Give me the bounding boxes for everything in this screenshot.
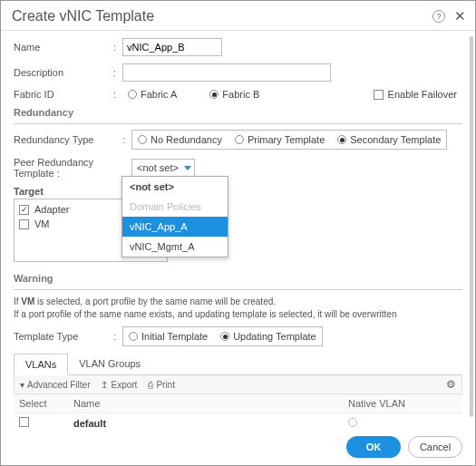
target-vm-label: VM	[34, 218, 50, 229]
updating-template-radio[interactable]: Updating Template	[220, 331, 316, 342]
export-button[interactable]: ↥Export	[101, 380, 137, 390]
target-vm-checkbox[interactable]	[19, 219, 29, 229]
primary-template-radio[interactable]: Primary Template	[235, 134, 325, 145]
tab-vlans[interactable]: VLANs	[14, 354, 68, 375]
dialog-footer: OK Cancel	[1, 429, 475, 465]
row-name: default	[73, 418, 348, 429]
vlan-table-header: Select Name Native VLAN	[14, 394, 462, 413]
gear-icon[interactable]: ⚙	[446, 378, 456, 391]
dialog-header: Create vNIC Template ? ✕	[1, 1, 475, 31]
chevron-down-icon	[184, 166, 191, 170]
enable-failover-checkbox[interactable]: Enable Failover	[374, 89, 457, 100]
print-button[interactable]: ⎙Print	[148, 380, 175, 390]
redundancy-type-group: No Redundancy Primary Template Secondary…	[131, 130, 447, 150]
dropdown-option-domain-policies: Domain Policies	[122, 197, 228, 217]
target-adapter-checkbox[interactable]	[19, 205, 29, 215]
ok-button[interactable]: OK	[346, 436, 401, 458]
description-label: Description	[14, 67, 113, 78]
row-select-checkbox[interactable]	[19, 417, 29, 427]
redundancy-type-label: Redundancy Type	[14, 134, 122, 145]
template-type-label: Template Type	[14, 331, 113, 342]
fabric-a-label: Fabric A	[141, 89, 177, 100]
col-native: Native VLAN	[348, 398, 457, 409]
native-vlan-radio[interactable]	[348, 418, 357, 427]
name-label: Name	[14, 42, 113, 53]
help-icon[interactable]: ?	[432, 10, 445, 23]
warning-header: Warning	[14, 273, 462, 284]
dropdown-option-vnic-mgmt-a[interactable]: vNIC_Mgmt_A	[122, 237, 228, 257]
secondary-template-radio[interactable]: Secondary Template	[337, 134, 441, 145]
peer-redundancy-value: <not set>	[137, 162, 179, 173]
advanced-filter-button[interactable]: ▾Advanced Filter	[20, 380, 90, 390]
dropdown-option-notset[interactable]: <not set>	[122, 177, 228, 197]
fabric-id-label: Fabric ID	[14, 89, 113, 100]
initial-template-radio[interactable]: Initial Template	[129, 331, 208, 342]
enable-failover-label: Enable Failover	[388, 89, 457, 100]
vlan-toolbar: ▾Advanced Filter ↥Export ⎙Print ⚙	[14, 375, 462, 394]
peer-redundancy-dropdown: <not set> Domain Policies vNIC_App_A vNI…	[121, 176, 228, 257]
no-redundancy-radio[interactable]: No Redundancy	[138, 134, 222, 145]
col-select: Select	[19, 398, 73, 409]
dialog-content: Name : Description : Fabric ID : Fabric …	[1, 31, 475, 429]
tab-vlan-groups[interactable]: VLAN Groups	[68, 354, 151, 374]
table-row[interactable]: default	[14, 413, 462, 429]
description-input[interactable]	[122, 63, 331, 82]
name-input[interactable]	[122, 38, 222, 56]
template-type-group: Initial Template Updating Template	[122, 326, 323, 346]
scrollbar[interactable]	[470, 36, 473, 417]
divider	[14, 123, 462, 124]
vlan-tabs: VLANs VLAN Groups	[14, 354, 462, 375]
warning-text: If VM is selected, a port profile by the…	[14, 296, 462, 321]
cancel-button[interactable]: Cancel	[408, 436, 462, 458]
create-vnic-template-dialog: Create vNIC Template ? ✕ Name : Descript…	[0, 0, 476, 466]
dropdown-option-vnic-app-a[interactable]: vNIC_App_A	[122, 217, 228, 237]
divider	[14, 289, 462, 290]
peer-redundancy-combo[interactable]: <not set>	[131, 159, 195, 177]
fabric-b-label: Fabric B	[222, 89, 259, 100]
target-header: Target	[14, 186, 462, 197]
filter-icon: ▾	[20, 380, 24, 390]
export-icon: ↥	[101, 380, 108, 390]
dialog-title: Create vNIC Template	[12, 8, 432, 24]
col-name: Name	[73, 398, 348, 409]
close-icon[interactable]: ✕	[454, 8, 466, 24]
fabric-a-radio[interactable]: Fabric A	[128, 89, 177, 100]
peer-redundancy-label: Peer Redundancy Template :	[14, 157, 131, 179]
redundancy-header: Redundancy	[14, 107, 462, 118]
fabric-b-radio[interactable]: Fabric B	[209, 89, 259, 100]
print-icon: ⎙	[148, 380, 153, 390]
target-adapter-label: Adapter	[34, 204, 70, 215]
